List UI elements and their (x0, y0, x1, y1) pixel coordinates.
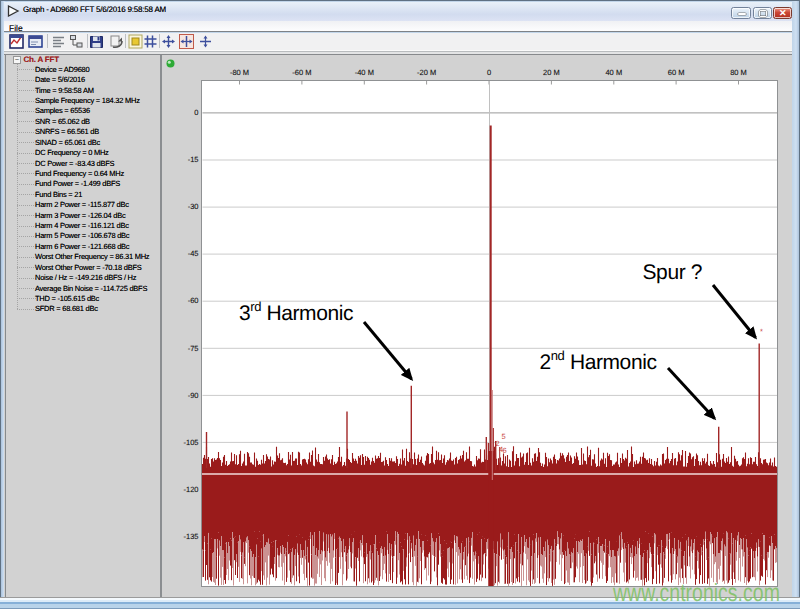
svg-text:-120: -120 (183, 485, 198, 494)
svg-text:5: 5 (502, 432, 506, 441)
svg-text:-45: -45 (188, 249, 199, 258)
svg-text:0: 0 (487, 68, 491, 77)
svg-text:0: 0 (194, 108, 198, 117)
svg-text:-135: -135 (183, 532, 198, 541)
svg-text:-90: -90 (188, 391, 199, 400)
svg-text:-40 M: -40 M (355, 68, 374, 77)
svg-text:40 M: 40 M (605, 68, 622, 77)
svg-text:*: * (760, 327, 763, 336)
svg-text:-20 M: -20 M (417, 68, 436, 77)
svg-text:-105: -105 (183, 438, 198, 447)
svg-text:-75: -75 (188, 344, 199, 353)
svg-text:20 M: 20 M (543, 68, 560, 77)
svg-text:-80 M: -80 M (230, 68, 249, 77)
svg-text:-60 M: -60 M (292, 68, 311, 77)
svg-text:60 M: 60 M (668, 68, 685, 77)
svg-text:80 M: 80 M (730, 68, 747, 77)
svg-text:-15: -15 (188, 155, 199, 164)
svg-text:-30: -30 (188, 202, 199, 211)
svg-text:-60: -60 (188, 296, 199, 305)
svg-text:6: 6 (503, 446, 507, 455)
